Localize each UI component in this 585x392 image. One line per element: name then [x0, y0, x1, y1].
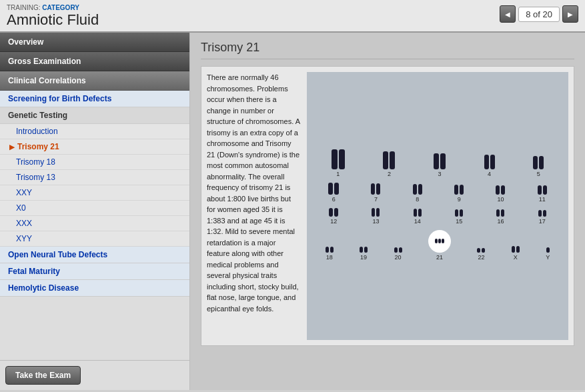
sidebar-item-gross-examination[interactable]: Gross Examination: [0, 52, 189, 71]
karyotype-grid: 1 2: [312, 149, 563, 263]
karyotype-row-3: 12 13: [312, 208, 563, 225]
page-title: Amniotic Fluid: [7, 11, 578, 29]
sidebar-item-xxx[interactable]: XXX: [0, 216, 189, 231]
chromo-pair-3: 3: [434, 153, 446, 177]
sidebar-item-overview[interactable]: Overview: [0, 33, 189, 52]
chromo-pair-2: 2: [383, 151, 395, 177]
content-text: There are normally 46 chromosomes. Probl…: [207, 72, 300, 340]
chromo-pair-1: 1: [332, 149, 345, 177]
chromo-pair-12: 12: [329, 208, 338, 225]
page-counter: 8 of 20: [518, 7, 560, 22]
chromo-pair-21-highlighted: 21: [428, 230, 451, 261]
chromo-pair-y: Y: [546, 247, 550, 261]
content-title: Trisomy 21: [201, 41, 574, 59]
chromo-pair-4: 4: [484, 155, 495, 177]
chromo-pair-17: 17: [538, 210, 546, 225]
sidebar-item-hemolytic-disease[interactable]: Hemolytic Disease: [0, 280, 189, 297]
chromo-pair-7: 7: [371, 183, 380, 203]
chromo-pair-5: 5: [533, 156, 544, 177]
chromo-pair-14: 14: [414, 209, 422, 225]
chromo-pair-13: 13: [372, 208, 380, 225]
chromo-pair-6: 6: [328, 183, 339, 203]
chromo-pair-10: 10: [496, 185, 505, 203]
karyotype-row-4: 18 19: [312, 230, 563, 261]
sidebar-nav: Overview Gross Examination Clinical Corr…: [0, 33, 189, 360]
sidebar-item-xyy[interactable]: XYY: [0, 231, 189, 247]
sidebar-item-trisomy13[interactable]: Trisomy 13: [0, 170, 189, 185]
training-label: TRAINING: CATEGORY: [7, 4, 578, 11]
next-button[interactable]: ▶: [562, 5, 578, 23]
take-exam-button[interactable]: Take the Exam: [5, 366, 81, 385]
trisomy21-label: Trisomy 21: [17, 142, 59, 151]
chromo-pair-15: 15: [455, 209, 463, 225]
sidebar-item-trisomy21[interactable]: ▶ Trisomy 21: [0, 139, 189, 155]
karyotype-row-1: 1 2: [312, 149, 563, 177]
sidebar-item-xxy[interactable]: XXY: [0, 185, 189, 201]
chromo-pair-20: 20: [394, 247, 402, 261]
sidebar: Overview Gross Examination Clinical Corr…: [0, 33, 190, 390]
content-area: Trisomy 21 There are normally 46 chromos…: [190, 33, 585, 390]
chromo-pair-19: 19: [360, 247, 368, 261]
sidebar-item-fetal-maturity[interactable]: Fetal Maturity: [0, 263, 189, 280]
sidebar-footer: Take the Exam: [0, 360, 189, 390]
chromo-pair-16: 16: [496, 209, 504, 225]
content-box: There are normally 46 chromosomes. Probl…: [201, 66, 574, 346]
chromo-pair-9: 9: [454, 185, 464, 203]
chromo-pair-18: 18: [326, 247, 334, 261]
karyotype-row-2: 6 7: [312, 183, 563, 203]
chromo-pair-8: 8: [413, 184, 422, 203]
active-arrow-icon: ▶: [9, 143, 15, 151]
sidebar-item-screening[interactable]: Screening for Birth Defects: [0, 91, 189, 107]
navigation-controls: ◀ 8 of 20 ▶: [500, 5, 578, 23]
sidebar-item-introduction[interactable]: Introduction: [0, 124, 189, 139]
chromo-pair-x: X: [512, 246, 520, 261]
sidebar-item-genetic-testing[interactable]: Genetic Testing: [0, 107, 189, 124]
karyotype-display: 1 2: [307, 72, 568, 340]
sidebar-item-trisomy18[interactable]: Trisomy 18: [0, 155, 189, 170]
chromo-pair-22: 22: [477, 248, 485, 261]
sidebar-item-x0[interactable]: X0: [0, 201, 189, 216]
prev-button[interactable]: ◀: [500, 5, 516, 23]
sidebar-item-open-neural[interactable]: Open Neural Tube Defects: [0, 247, 189, 263]
sidebar-item-clinical-correlations[interactable]: Clinical Correlations: [0, 71, 189, 91]
chromo-pair-11: 11: [538, 185, 547, 203]
